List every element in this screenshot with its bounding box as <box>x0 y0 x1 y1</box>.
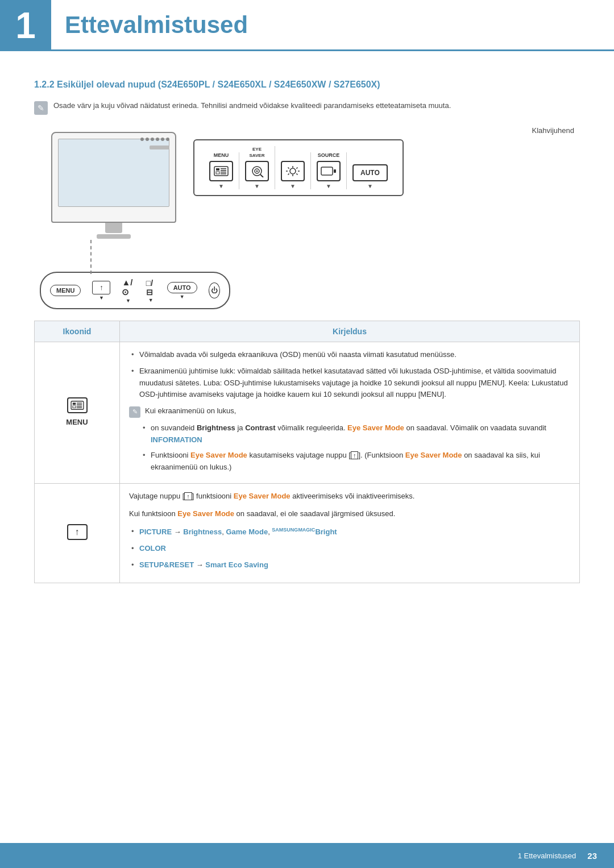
menu-desc-1: Võimaldab avada või sulgeda ekraanikuva … <box>139 350 457 359</box>
monitor-base <box>97 234 131 239</box>
monitor-stand-assembly <box>97 223 131 239</box>
source-icon-svg <box>320 165 337 177</box>
key-guide-panel: MENU ▼ <box>193 139 404 196</box>
key-eye-saver-label-top: EYESAVER <box>250 146 265 159</box>
monitor-input-slot <box>150 146 169 149</box>
key-menu-icon <box>209 161 233 181</box>
klahvijuhend-label: Klahvijuhend <box>193 126 580 135</box>
svg-rect-25 <box>77 404 82 405</box>
monitor-stand <box>105 223 122 233</box>
svg-point-9 <box>256 170 258 172</box>
menu-cell-icon <box>67 397 88 413</box>
menu-note-text: Kui ekraanimenüü on lukus, <box>145 405 236 417</box>
monitor-btn-5 <box>161 138 164 141</box>
key-guide-col: Klahvijuhend MENU <box>193 126 580 196</box>
bottom-auto-arrow: ▼ <box>180 294 185 300</box>
key-auto-label-top <box>370 156 371 162</box>
eye-saver-icon-svg <box>249 165 265 177</box>
key-menu-arrow: ▼ <box>218 183 224 189</box>
bottom-eye-saver-btn: ↑ ▼ <box>92 281 110 301</box>
svg-line-17 <box>296 173 297 175</box>
menu-bullet-1: Võimaldab avada või sulgeda ekraanikuva … <box>129 349 570 361</box>
menu-cell-label: MENU <box>66 417 88 429</box>
key-brightness-icon <box>281 161 305 181</box>
menu-bullet-2: Ekraanimenüü juhtimise lukk: võimaldab s… <box>129 366 570 401</box>
bottom-power-btn: ⏻ <box>209 283 220 298</box>
svg-point-11 <box>290 168 296 174</box>
footer-page-number: 23 <box>587 851 597 861</box>
table-header-ikoonid: Ikoonid <box>35 321 120 342</box>
svg-rect-27 <box>77 406 82 406</box>
diagram-area: MENU ↑ ▼ ▲/⊙ ▼ □/⊟ ▼ <box>34 126 580 309</box>
key-eye-saver-group: EYESAVER ▼ <box>239 146 275 189</box>
svg-rect-24 <box>77 402 82 403</box>
monitor-top-buttons <box>140 138 169 141</box>
svg-line-16 <box>288 167 289 168</box>
chapter-number-block: 1 <box>0 0 51 51</box>
svg-rect-3 <box>221 170 226 171</box>
bottom-rect-arrow: ▼ <box>148 297 154 303</box>
arrow-icon-cell: ↑ <box>35 484 120 583</box>
bottom-button-panel: MENU ↑ ▼ ▲/⊙ ▼ □/⊟ ▼ <box>40 272 230 309</box>
key-source-group: SOURCE ▼ <box>311 152 347 189</box>
key-eye-saver-arrow: ▼ <box>254 183 260 189</box>
brightness-icon-svg <box>285 165 301 177</box>
key-source-arrow: ▼ <box>326 183 331 189</box>
svg-line-19 <box>288 173 289 175</box>
menu-inner-note: Kui ekraanimenüü on lukus, <box>129 405 570 418</box>
bottom-arrow-label: ▼ <box>99 295 104 301</box>
svg-rect-22 <box>71 401 84 410</box>
dashed-connector-line <box>90 240 92 274</box>
bottom-up-btn: ▲/⊙ ▼ <box>122 277 134 304</box>
monitor-btn-3 <box>151 138 154 141</box>
svg-rect-26 <box>72 406 75 408</box>
arrow-desc-2: Kui funktsioon Eye Saver Mode on saadava… <box>129 508 570 520</box>
svg-rect-5 <box>221 172 226 173</box>
chapter-title: Ettevalmistused <box>65 11 248 39</box>
svg-rect-4 <box>216 172 219 174</box>
note-text: Osade värv ja kuju võivad näidatust erin… <box>53 100 451 111</box>
page-footer: 1 Ettevalmistused 23 <box>0 843 614 868</box>
menu-sub-2: Funktsiooni Eye Saver Mode kasutamiseks … <box>140 450 570 474</box>
key-brightness-group: ▼ <box>275 152 311 189</box>
table-row-menu: MENU Võimaldab avada või sulgeda ekraani… <box>35 342 580 484</box>
arrow-cell-icon: ↑ <box>67 524 88 540</box>
arrow-sub-1: PICTURE → Brightness, Game Mode, SAMSUNG… <box>129 526 570 538</box>
menu-icon-cell: MENU <box>35 342 120 484</box>
svg-rect-6 <box>221 173 226 175</box>
menu-cell-content: MENU <box>44 397 110 429</box>
section-heading: 1.2.2 Esiküljel olevad nupud (S24E650PL … <box>34 80 580 90</box>
monitor-btn-2 <box>146 138 149 141</box>
page-header: 1 Ettevalmistused <box>0 0 614 51</box>
svg-rect-21 <box>334 169 336 173</box>
monitor-btn-6 <box>166 138 169 141</box>
monitor-btn-4 <box>156 138 159 141</box>
key-brightness-arrow: ▼ <box>290 183 296 189</box>
svg-rect-23 <box>72 402 75 405</box>
footer-chapter-text: 1 Ettevalmistused <box>518 852 576 860</box>
key-eye-saver-icon <box>245 161 269 181</box>
bottom-auto-btn: AUTO ▼ <box>167 282 197 300</box>
menu-cell-svg <box>70 400 85 411</box>
menu-icon-svg <box>213 165 229 177</box>
bottom-eye-saver-box: ↑ <box>92 281 110 294</box>
arrow-sub-list: PICTURE → Brightness, Game Mode, SAMSUNG… <box>129 526 570 571</box>
monitor-outer <box>51 132 176 223</box>
menu-inner-note-icon <box>129 406 140 418</box>
svg-line-18 <box>296 167 297 168</box>
main-content: 1.2.2 Esiküljel olevad nupud (S24E650PL … <box>0 51 614 606</box>
arrow-sub-2: COLOR <box>129 543 570 555</box>
key-auto-group: AUTO ▼ <box>347 156 393 189</box>
key-source-label-top: SOURCE <box>318 152 340 159</box>
arrow-desc-1: Vajutage nuppu [↑] funktsiooni Eye Saver… <box>129 491 570 502</box>
key-source-icon <box>317 161 341 181</box>
key-menu-label-top: MENU <box>214 152 229 159</box>
arrow-cell-content: ↑ <box>44 524 110 542</box>
note-icon <box>34 101 48 115</box>
menu-sub-1: on suvandeid Brightness ja Contrast võim… <box>140 422 570 446</box>
svg-rect-28 <box>77 407 82 408</box>
svg-rect-0 <box>214 167 228 176</box>
bottom-rect-label: □/⊟ <box>146 279 156 297</box>
monitor-btn-1 <box>140 138 144 141</box>
monitor-input-row <box>150 146 169 149</box>
